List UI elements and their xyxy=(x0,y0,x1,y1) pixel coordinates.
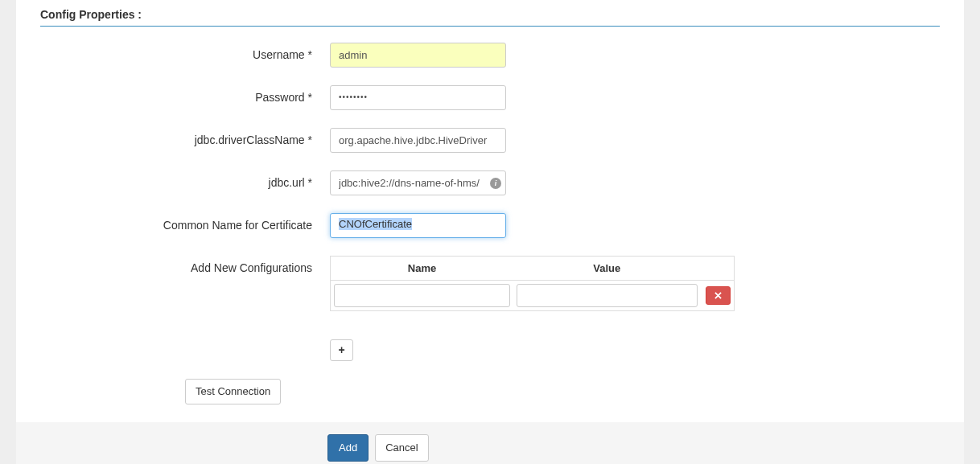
password-label: Password * xyxy=(40,85,330,104)
username-label: Username * xyxy=(40,43,330,61)
add-row-button[interactable]: + xyxy=(330,339,353,361)
section-title: Config Properties : xyxy=(40,8,940,27)
cn-cert-input[interactable]: CNOfCertificate xyxy=(330,213,506,238)
jdbc-url-label: jdbc.url * xyxy=(40,170,330,189)
config-table: Name Value xyxy=(330,256,735,311)
driver-label: jdbc.driverClassName * xyxy=(40,128,330,146)
driver-input[interactable] xyxy=(330,128,506,153)
config-name-input[interactable] xyxy=(334,284,510,307)
close-icon xyxy=(714,292,722,299)
add-button[interactable]: Add xyxy=(327,434,369,462)
jdbc-url-input[interactable] xyxy=(330,170,506,195)
password-input[interactable]: •••••••• xyxy=(330,85,506,110)
delete-row-button[interactable] xyxy=(706,286,731,305)
cn-cert-label: Common Name for Certificate xyxy=(40,213,330,232)
footer: Add Cancel xyxy=(16,422,964,464)
config-table-header-value: Value xyxy=(513,257,701,281)
info-icon[interactable]: i xyxy=(490,178,501,189)
plus-icon: + xyxy=(338,343,344,359)
cancel-button[interactable]: Cancel xyxy=(375,434,428,462)
table-row xyxy=(331,281,735,311)
config-table-header-name: Name xyxy=(331,257,513,281)
new-config-label: Add New Configurations xyxy=(40,256,330,274)
config-value-input[interactable] xyxy=(517,284,698,307)
username-input[interactable] xyxy=(330,43,506,68)
test-connection-button[interactable]: Test Connection xyxy=(185,379,281,404)
